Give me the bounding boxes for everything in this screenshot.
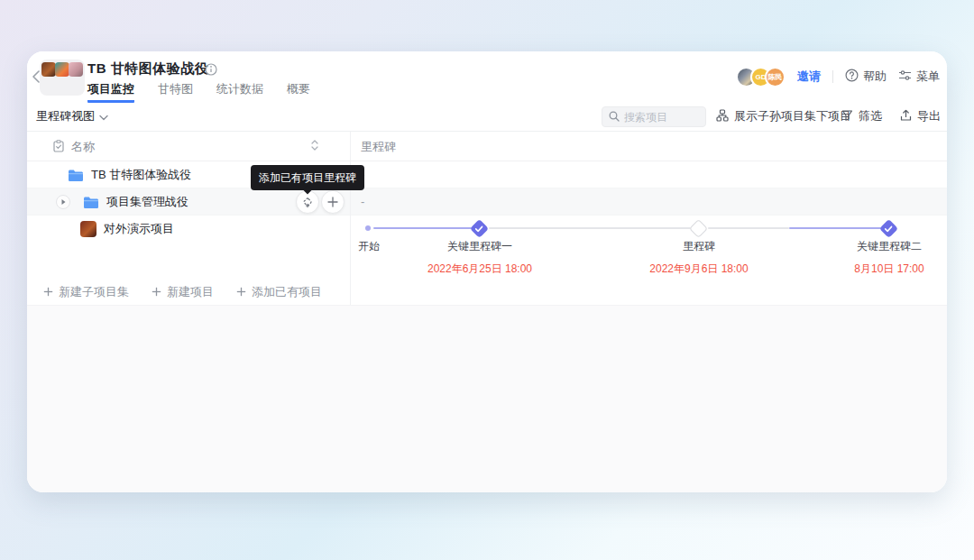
milestone-diamond-done[interactable] bbox=[879, 219, 898, 238]
folder-icon bbox=[68, 169, 84, 182]
funnel-icon bbox=[841, 109, 853, 124]
new-project-button[interactable]: 新建项目 bbox=[152, 284, 214, 300]
milestone-date: 2022年9月6日 18:00 bbox=[649, 262, 748, 277]
tooltip: 添加已有项目里程碑 bbox=[251, 165, 364, 190]
timeline-start-dot bbox=[365, 225, 371, 231]
cover-thumb-3 bbox=[69, 62, 83, 77]
timeline-segment-done bbox=[789, 227, 882, 229]
add-existing-project-button[interactable]: 添加已有项目 bbox=[236, 284, 322, 300]
action-label: 添加已有项目 bbox=[252, 284, 322, 300]
help-label: 帮助 bbox=[863, 69, 887, 85]
filter-label: 筛选 bbox=[859, 108, 882, 124]
milestone-date: 2022年6月25日 18:00 bbox=[427, 262, 532, 277]
search-icon bbox=[609, 109, 620, 125]
page-title: TB 甘特图体验战役 bbox=[87, 60, 208, 78]
cover-thumb-2 bbox=[55, 62, 69, 77]
tab-statistics[interactable]: 统计数据 bbox=[216, 81, 263, 103]
action-label: 新建项目 bbox=[167, 284, 214, 300]
sort-icon[interactable] bbox=[310, 139, 319, 155]
milestone-label: 里程碑 bbox=[683, 239, 715, 254]
column-divider bbox=[350, 132, 351, 305]
header: TB 甘特图体验战役 项目监控 甘特图 统计数据 概要 GD 陈民 邀请 帮助 bbox=[27, 51, 947, 103]
milestone-timeline: 开始 关键里程碑一 里程碑 关键里程碑二 2022年6月25日 18:00 20… bbox=[350, 216, 947, 280]
menu-button[interactable]: 菜单 bbox=[898, 69, 940, 85]
view-toolbar: 里程碑视图 展示子孙项目集下项目 筛选 bbox=[27, 103, 947, 132]
member-avatars[interactable]: GD 陈民 bbox=[736, 67, 786, 87]
show-descendants-toggle[interactable]: 展示子孙项目集下项目 bbox=[716, 108, 851, 124]
cover-thumb-1 bbox=[41, 62, 56, 77]
divider bbox=[832, 70, 833, 83]
plus-icon bbox=[152, 286, 161, 299]
row-name-label: 项目集管理战役 bbox=[106, 194, 188, 210]
tab-bar: 项目监控 甘特图 统计数据 概要 bbox=[87, 81, 310, 103]
row-name-cell: 项目集管理战役 bbox=[83, 188, 188, 216]
table-header: 名称 里程碑 bbox=[27, 132, 947, 161]
row-name-label: 对外演示项目 bbox=[104, 221, 174, 237]
table-row[interactable]: TB 甘特图体验战役 - bbox=[27, 161, 947, 188]
row-name-cell: TB 甘特图体验战役 bbox=[68, 161, 191, 188]
row-name-label: TB 甘特图体验战役 bbox=[91, 167, 191, 183]
search-box[interactable] bbox=[602, 106, 706, 127]
footer-actions: 新建子项目集 新建项目 添加已有项目 bbox=[43, 280, 322, 305]
menu-label: 菜单 bbox=[916, 69, 940, 85]
action-label: 新建子项目集 bbox=[59, 284, 129, 300]
timeline-start-label: 开始 bbox=[358, 239, 380, 254]
name-column-header[interactable]: 名称 bbox=[52, 139, 95, 155]
add-button[interactable] bbox=[321, 190, 345, 214]
info-icon[interactable] bbox=[205, 63, 217, 79]
filter-button[interactable]: 筛选 bbox=[841, 108, 882, 124]
show-descendants-label: 展示子孙项目集下项目 bbox=[734, 108, 851, 124]
timeline-segment-done bbox=[373, 227, 473, 229]
milestone-label: 关键里程碑二 bbox=[857, 239, 922, 254]
plus-icon bbox=[43, 286, 53, 299]
milestone-date: 8月10日 17:00 bbox=[854, 262, 923, 277]
chevron-down-icon bbox=[99, 110, 108, 124]
header-right: GD 陈民 邀请 帮助 菜单 bbox=[736, 66, 940, 87]
new-sub-program-button[interactable]: 新建子项目集 bbox=[43, 284, 129, 300]
view-selector-label: 里程碑视图 bbox=[36, 108, 95, 124]
invite-button[interactable]: 邀请 bbox=[797, 69, 821, 85]
tab-overview[interactable]: 概要 bbox=[287, 81, 310, 103]
question-circle-icon bbox=[845, 69, 859, 85]
export-button[interactable]: 导出 bbox=[900, 108, 941, 124]
program-cover-thumbnails bbox=[40, 60, 85, 96]
plus-icon bbox=[236, 286, 246, 299]
folder-icon bbox=[83, 196, 99, 209]
tab-gantt[interactable]: 甘特图 bbox=[158, 81, 193, 103]
milestone-label: 关键里程碑一 bbox=[447, 239, 512, 254]
row-name-cell: 对外演示项目 bbox=[80, 216, 174, 243]
view-selector-dropdown[interactable]: 里程碑视图 bbox=[36, 108, 108, 124]
name-column-label: 名称 bbox=[71, 139, 95, 155]
sliders-icon bbox=[898, 69, 912, 85]
clipboard-check-icon bbox=[52, 140, 65, 155]
card-empty-area bbox=[27, 306, 947, 492]
avatar: 陈民 bbox=[765, 67, 786, 87]
milestone-column-header: 里程碑 bbox=[361, 139, 396, 155]
export-label: 导出 bbox=[917, 108, 941, 124]
sitemap-icon bbox=[716, 109, 729, 124]
project-image-icon bbox=[80, 221, 96, 237]
tab-project-monitor[interactable]: 项目监控 bbox=[87, 81, 134, 103]
expand-arrow-icon[interactable] bbox=[56, 195, 70, 209]
milestone-empty-value: - bbox=[361, 195, 364, 208]
milestone-diamond-done[interactable] bbox=[470, 219, 489, 238]
milestone-diamond-pending[interactable] bbox=[689, 219, 708, 238]
table-row[interactable]: 项目集管理战役 - bbox=[27, 188, 947, 216]
project-program-window: TB 甘特图体验战役 项目监控 甘特图 统计数据 概要 GD 陈民 邀请 帮助 bbox=[27, 51, 947, 492]
export-icon bbox=[900, 109, 912, 124]
timeline-segment-pending bbox=[489, 227, 691, 229]
help-button[interactable]: 帮助 bbox=[845, 69, 887, 85]
timeline-segment-pending bbox=[708, 227, 789, 229]
search-input[interactable] bbox=[624, 111, 699, 124]
